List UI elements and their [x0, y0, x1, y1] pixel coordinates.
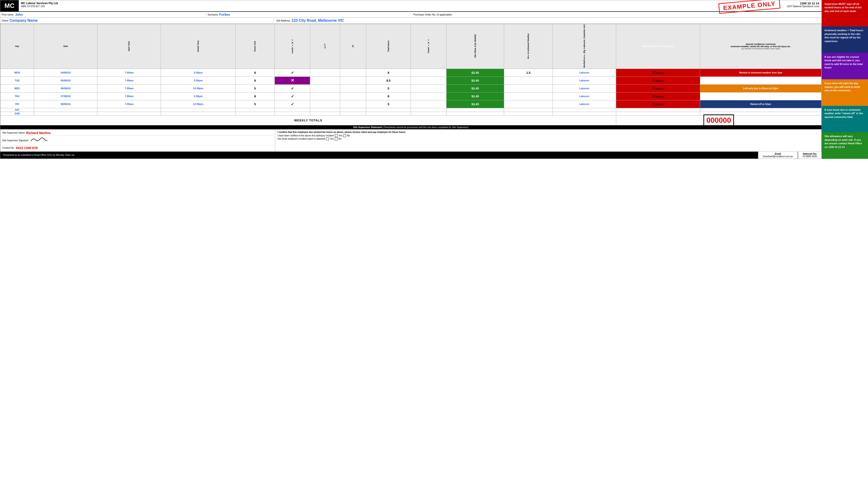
first-name-section: First name John [2, 13, 205, 16]
cell-finish [161, 108, 235, 112]
cell-lunch [275, 112, 310, 115]
cell-1half [310, 84, 340, 92]
cell-hours-ord [235, 112, 275, 115]
incident-yes-checkbox[interactable] [326, 138, 329, 140]
company-abn: ABN 14 078 417 133 [21, 5, 712, 7]
fax-section: National Fax 03 8888 9909 [798, 152, 821, 159]
cell-2t [340, 76, 366, 84]
cell-site-allow: $3.45 [446, 100, 504, 108]
supervisor-name-row: Site Supervisor Name Richard Martins [2, 131, 273, 136]
cell-special [700, 108, 821, 112]
cell-1half [310, 100, 340, 108]
table-row: SAT [0, 108, 821, 112]
cell-finish: 12:00pm [161, 84, 235, 92]
phone-number: 1300 10 12 14 [787, 2, 819, 5]
cell-total: 8 [366, 92, 411, 100]
cell-finish: 12:00pm [161, 100, 235, 108]
cell-lunch: ✓ [275, 69, 310, 76]
supervisor-bar-sub: (Timesheets cannot be processed until th… [383, 126, 469, 129]
client-label: Client [2, 19, 8, 22]
job-address-value: 123 City Road, Melbourne VIC [292, 18, 344, 23]
col-header-hours-ord: Hours Ord. [235, 24, 275, 69]
first-aid-text: I have been notified of the above first … [278, 134, 334, 137]
first-aid-yes-checkbox[interactable] [335, 134, 338, 137]
special-header-sub: Inclement weather, rained off, left earl… [701, 45, 821, 48]
cell-day: SUN [0, 112, 34, 115]
cell-special: Rained off at 12pm [700, 100, 821, 108]
cell-worked-as [553, 108, 616, 112]
cell-hours-ord: 8 [235, 92, 275, 100]
cell-2t [340, 84, 366, 92]
col-header-worked-as: Worked as a... (Eg. Labourer, Carpenter … [553, 24, 616, 69]
col-header-date: Date [34, 24, 97, 69]
cell-daily-sig: 𝓑𝓮𝓪𝓷𝔂 [616, 69, 700, 76]
col-header-total: Total Hours [366, 24, 411, 69]
incident-no-checkbox[interactable] [335, 138, 338, 140]
cell-start: 7:00am [97, 100, 161, 108]
cell-total [366, 112, 411, 115]
cell-total: 8 [366, 69, 411, 76]
col-header-daily-sig: Daily Site Supervisor Signature [616, 24, 700, 69]
cell-date: 05/06/16 [34, 76, 97, 84]
cell-inclement [504, 76, 553, 84]
cell-1half [310, 108, 340, 112]
cell-inclement [504, 84, 553, 92]
email-label: Email [763, 153, 793, 155]
weekly-totals-row: WEEKLY TOTALS 000000 [0, 115, 821, 125]
fax-label: National Fax [803, 153, 817, 155]
email-section: Email timesheet@mclabour.com.au [758, 152, 798, 159]
incident-text: Our (host employer) Incident report is a… [278, 138, 325, 140]
sidebar-block-5: If sent home due to inclement weather wr… [822, 106, 868, 132]
site-supervisor-bar: Site Supervisor Statement (Timesheets ca… [0, 125, 821, 129]
surname-label: Surname [208, 13, 218, 16]
cell-special: Left early due to illness at 12pm [700, 84, 821, 92]
cell-lunch: ✕ [275, 76, 310, 84]
cell-2t [340, 112, 366, 115]
supervisor-sig-label: Site Supervisor Signature [2, 139, 29, 142]
first-aid-no-checkbox[interactable] [343, 134, 346, 137]
fax-value: 03 8888 9909 [803, 155, 817, 158]
first-aid-yes-label: Yes [339, 134, 342, 137]
cell-day: WED [0, 84, 34, 92]
cell-date: 07/06/16 [34, 92, 97, 100]
cell-inclement [504, 92, 553, 100]
table-row: FRI08/06/167:00am12:00pm5✓5$3.45Labourer… [0, 100, 821, 108]
special-header-eg: eg. Worked in inclement weather from 12p… [701, 48, 821, 50]
cell-worked-as: Labourer [553, 92, 616, 100]
client-section: Client Company Name [2, 18, 274, 23]
first-aid-no-label: No [347, 134, 350, 137]
timesheet-table: Day Date Start Time Finish Time Hours Or… [0, 24, 821, 125]
cell-daily-sig: 𝓑𝓮𝓪𝓷𝔂 [616, 84, 700, 92]
cell-travel [411, 100, 446, 108]
cell-hours-ord: 8 [235, 69, 275, 76]
confirm-main-text: I confirm that this employee has worked … [278, 131, 819, 133]
incident-yes-label: Yes [330, 138, 333, 140]
supervisor-bar-main: Site Supervisor Statement [353, 126, 382, 129]
client-name: Company Name [10, 18, 37, 23]
supervisor-contact-row: Contact No. 0412 1345 678 [2, 146, 273, 151]
sidebar-block-2: Inclement weather = Total hours physical… [822, 27, 868, 53]
supervisor-right: I confirm that this employee has worked … [275, 130, 821, 151]
cell-travel [411, 108, 446, 112]
cell-total [366, 108, 411, 112]
col-header-lunch: Lunch ✓ or × [275, 24, 310, 69]
name-row: First name John Surname Forbes Purchase … [0, 12, 821, 18]
cell-worked-as: Labourer [553, 69, 616, 76]
cell-inclement [504, 112, 553, 115]
cell-travel [411, 92, 446, 100]
cell-travel [411, 69, 446, 76]
col-header-finish: Finish Time [161, 24, 235, 69]
col-header-1half: 1½T [310, 24, 340, 69]
table-row: THU07/06/167:00am3:30pm8✓8$3.45Labourer𝓑… [0, 92, 821, 100]
cell-day: THU [0, 92, 34, 100]
cell-1half [310, 69, 340, 76]
cell-1half [310, 76, 340, 84]
cell-inclement [504, 100, 553, 108]
cell-day: MON [0, 69, 34, 76]
client-row: Client Company Name Job Address 123 City… [0, 18, 821, 24]
job-address-section: Job Address 123 City Road, Melbourne VIC [276, 18, 820, 23]
cell-finish [161, 112, 235, 115]
table-row: SUN [0, 112, 821, 115]
cell-worked-as: Labourer [553, 84, 616, 92]
right-sidebar: Supervisor MUST sign off all worked hour… [822, 0, 868, 159]
